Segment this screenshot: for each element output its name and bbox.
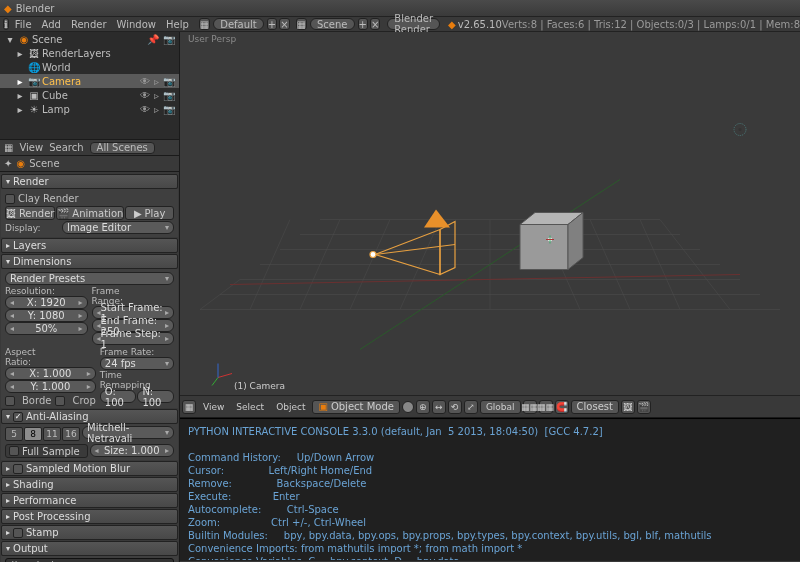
animation-button[interactable]: 🎬 Animation <box>56 206 124 220</box>
border-checkbox[interactable] <box>5 396 15 406</box>
crop-checkbox[interactable] <box>55 396 65 406</box>
layers2-icon[interactable]: ▦▦ <box>539 400 553 414</box>
search-menu[interactable]: Search <box>49 142 83 153</box>
aa-checkbox[interactable] <box>13 412 23 422</box>
pivot-icon[interactable]: ⊕ <box>416 400 430 414</box>
outliner-item[interactable]: RenderLayers <box>42 48 179 59</box>
cursor-icon[interactable]: ▹ <box>154 76 159 87</box>
panel-shading[interactable]: ▸Shading <box>1 477 178 492</box>
manip-scale-icon[interactable]: ⤢ <box>464 400 478 414</box>
clay-checkbox[interactable] <box>5 194 15 204</box>
render-engine[interactable]: Blender Render <box>387 18 440 30</box>
cursor-icon[interactable]: ▹ <box>154 104 159 115</box>
mesh-icon: ▣ <box>28 90 40 101</box>
display-dropdown[interactable]: Image Editor▾ <box>62 221 174 234</box>
object-menu[interactable]: Object <box>271 402 310 412</box>
render-icon[interactable]: 📷 <box>163 90 175 101</box>
pin-icon[interactable]: 📌 <box>147 34 159 45</box>
filter-dropdown[interactable]: All Scenes <box>90 142 155 154</box>
layout-browse-icon[interactable]: ▦ <box>199 18 210 30</box>
menu-file[interactable]: File <box>10 19 37 30</box>
snap-dropdown[interactable]: Closest <box>571 400 619 414</box>
panel-output[interactable]: ▾Output <box>1 541 178 556</box>
mode-dropdown[interactable]: ▣Object Mode <box>312 400 399 414</box>
viewport-3d[interactable]: User Persp <box>180 32 800 418</box>
render-icon[interactable]: 📷 <box>163 34 175 45</box>
menu-render[interactable]: Render <box>66 19 112 30</box>
full-sample[interactable]: Full Sample <box>5 444 88 458</box>
cursor-icon[interactable]: ▹ <box>154 90 159 101</box>
render-icon[interactable]: 📷 <box>163 104 175 115</box>
manip-translate-icon[interactable]: ↔ <box>432 400 446 414</box>
scene-name[interactable]: Scene <box>310 18 355 30</box>
eye-icon[interactable]: 👁 <box>140 90 150 101</box>
fps-dropdown[interactable]: 24 fps▾ <box>100 357 174 370</box>
tri-icon[interactable]: ▸ <box>14 48 26 59</box>
menu-window[interactable]: Window <box>112 19 161 30</box>
outliner-item[interactable]: World <box>42 62 179 73</box>
outliner[interactable]: ▾◉Scene📌📷 ▸🖼RenderLayers 🌐World ▸📷Camera… <box>0 32 179 140</box>
res-pct[interactable]: ◂50%▸ <box>5 322 88 335</box>
remap-new[interactable]: N: 100 <box>137 390 174 403</box>
panel-performance[interactable]: ▸Performance <box>1 493 178 508</box>
select-menu[interactable]: Select <box>231 402 269 412</box>
view-menu[interactable]: View <box>19 142 43 153</box>
properties-panel[interactable]: ▾Render Clay Render 🖼 Render 🎬 Animation… <box>0 172 179 562</box>
editor-type-icon[interactable]: ℹ <box>3 18 9 30</box>
manip-rotate-icon[interactable]: ⟲ <box>448 400 462 414</box>
motion-checkbox[interactable] <box>13 464 23 474</box>
panel-dimensions[interactable]: ▾Dimensions <box>1 254 178 269</box>
res-x[interactable]: ◂X: 1920▸ <box>5 296 88 309</box>
collapse-icon[interactable]: ▾ <box>4 34 16 45</box>
panel-post[interactable]: ▸Post Processing <box>1 509 178 524</box>
menu-add[interactable]: Add <box>37 19 66 30</box>
outliner-item[interactable]: Lamp <box>42 104 140 115</box>
play-button[interactable]: ▶ Play <box>125 206 174 220</box>
filter-size[interactable]: ◂Size: 1.000▸ <box>90 444 175 457</box>
layout-add-icon[interactable]: + <box>267 18 277 30</box>
scene-browse-icon[interactable]: ▦ <box>296 18 307 30</box>
panel-layers[interactable]: ▸Layers <box>1 238 178 253</box>
tri-icon[interactable]: ▸ <box>14 104 26 115</box>
aa-11[interactable]: 11 <box>43 427 61 441</box>
panel-stamp[interactable]: ▸Stamp <box>1 525 178 540</box>
aspect-y[interactable]: ◂Y: 1.000▸ <box>5 380 96 393</box>
orientation-dropdown[interactable]: Global <box>480 400 521 414</box>
render-button[interactable]: 🖼 Render <box>5 206 55 220</box>
res-y[interactable]: ◂Y: 1080▸ <box>5 309 88 322</box>
panel-render[interactable]: ▾Render <box>1 174 178 189</box>
aa-5[interactable]: 5 <box>5 427 23 441</box>
aspect-x[interactable]: ◂X: 1.000▸ <box>5 367 96 380</box>
outliner-item[interactable]: Cube <box>42 90 140 101</box>
stamp-checkbox[interactable] <box>13 528 23 538</box>
render-icon[interactable]: 📷 <box>163 76 175 87</box>
eye-icon[interactable]: 👁 <box>140 104 150 115</box>
editor-type-icon[interactable]: ▦ <box>4 142 13 153</box>
aa-8[interactable]: 8 <box>24 427 42 441</box>
scene-del-icon[interactable]: × <box>370 18 380 30</box>
python-console[interactable]: PYTHON INTERACTIVE CONSOLE 3.3.0 (defaul… <box>180 418 800 562</box>
frame-step[interactable]: ◂Frame Step: 1▸ <box>92 332 175 345</box>
snap-magnet-icon[interactable]: 🧲 <box>555 400 569 414</box>
presets-dropdown[interactable]: Render Presets▾ <box>5 272 174 285</box>
editor-type-icon[interactable]: ▦ <box>182 400 196 414</box>
view-menu[interactable]: View <box>198 402 229 412</box>
render-preview-icon[interactable]: 🖼 <box>621 400 635 414</box>
outliner-root[interactable]: Scene <box>32 34 147 45</box>
layout-del-icon[interactable]: × <box>279 18 289 30</box>
outliner-item[interactable]: Camera <box>42 76 140 87</box>
menu-help[interactable]: Help <box>161 19 194 30</box>
render-anim-icon[interactable]: 🎬 <box>637 400 651 414</box>
tri-icon[interactable]: ▸ <box>14 90 26 101</box>
aa-filter[interactable]: Mitchell-Netravali▾ <box>82 426 174 439</box>
layout-name[interactable]: Default <box>213 18 264 30</box>
pin-icon[interactable]: ✦ <box>4 158 12 169</box>
scene-add-icon[interactable]: + <box>358 18 368 30</box>
tri-icon[interactable]: ▸ <box>14 76 26 87</box>
eye-icon[interactable]: 👁 <box>140 76 150 87</box>
aa-16[interactable]: 16 <box>62 427 80 441</box>
panel-motion[interactable]: ▸Sampled Motion Blur <box>1 461 178 476</box>
remap-old[interactable]: O: 100 <box>100 390 137 403</box>
shading-icon[interactable] <box>402 401 414 413</box>
layers-icon[interactable]: ▦▦ <box>523 400 537 414</box>
